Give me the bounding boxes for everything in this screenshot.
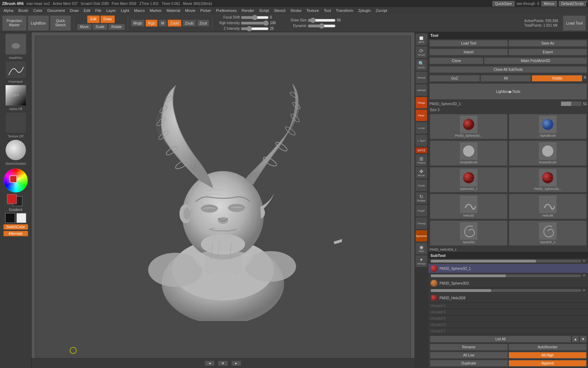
- tool-thumb-spiral3d-2[interactable]: Spiral3D_2: [509, 220, 587, 246]
- tool-thumb-helix3b[interactable]: Helix3B: [509, 194, 587, 219]
- subtool-slider-bar-3[interactable]: [430, 289, 581, 292]
- rotate-button[interactable]: Rotate: [108, 24, 125, 30]
- projection-master-button[interactable]: ProjectionMaster: [2, 15, 27, 31]
- menu-stencil[interactable]: Stencil: [272, 8, 287, 13]
- canvas-nav-right[interactable]: ►: [231, 361, 241, 366]
- canvas-nav-left[interactable]: ◄: [205, 361, 215, 366]
- local-button[interactable]: Local: [415, 122, 427, 134]
- texture-preview[interactable]: [5, 112, 26, 133]
- menu-render[interactable]: Render: [239, 8, 256, 13]
- aa-half-button[interactable]: AAHalf: [415, 84, 427, 96]
- quick-sketch-button[interactable]: QuickSketch: [50, 15, 71, 31]
- menu-light[interactable]: Light: [119, 8, 131, 13]
- menu-file[interactable]: File: [93, 8, 104, 13]
- lightbox-button[interactable]: LightBox: [28, 15, 49, 31]
- draw-size-slider[interactable]: [308, 18, 336, 23]
- subtool-arrow-down[interactable]: ▼: [580, 336, 587, 342]
- canvas-inner[interactable]: [35, 36, 411, 357]
- clone-all-subtools-button[interactable]: Clone All SubTools: [429, 66, 587, 73]
- frame-button[interactable]: ⊞ Frame: [415, 154, 427, 166]
- pm3d-slider[interactable]: [561, 101, 582, 106]
- z-intensity-slider[interactable]: [241, 26, 269, 31]
- move-nav-button[interactable]: ✥ Move: [415, 167, 427, 179]
- edit-button[interactable]: Edit: [87, 15, 100, 23]
- import-button[interactable]: Import: [429, 49, 508, 55]
- tool-thumb-helix3d[interactable]: Helix3D: [430, 194, 507, 219]
- zcut-button[interactable]: Zcut: [197, 20, 209, 27]
- stroke-preview[interactable]: [5, 61, 26, 79]
- actual-button[interactable]: Actual: [415, 71, 427, 83]
- solo-button[interactable]: ◉ Solo: [415, 243, 427, 254]
- transp-button[interactable]: Transp: [415, 217, 427, 229]
- foreground-color-square[interactable]: [7, 194, 17, 204]
- floor-button[interactable]: Floor: [415, 109, 427, 121]
- load-tool-panel-button[interactable]: Load Tool: [429, 40, 508, 47]
- menu-tool[interactable]: Tool: [322, 8, 333, 13]
- subtool-item-pm3d-sphere3d-2[interactable]: PM3D_Sphere3D2: [428, 279, 588, 288]
- menu-document[interactable]: Document: [45, 8, 67, 13]
- focal-shift-slider[interactable]: [241, 15, 269, 20]
- subtool-arrow-up[interactable]: ▲: [572, 336, 579, 342]
- white-swatch[interactable]: [16, 213, 26, 223]
- dynamic-nav-button[interactable]: Dynamic: [415, 230, 427, 242]
- menu-script[interactable]: Script: [257, 8, 271, 13]
- load-tool-button[interactable]: Load Tool: [563, 15, 586, 31]
- menu-transform[interactable]: Transform: [334, 8, 356, 13]
- persp-button[interactable]: Persp: [415, 97, 427, 109]
- zsub-button[interactable]: Zsub: [182, 20, 196, 27]
- color-picker[interactable]: [4, 168, 28, 193]
- canvas-nav-center[interactable]: ▼: [218, 361, 228, 366]
- zadd-button[interactable]: Zadd: [168, 20, 181, 27]
- menu-color[interactable]: Color: [31, 8, 44, 13]
- default-zscript-button[interactable]: DefaultZScript: [559, 1, 586, 6]
- menu-zscript[interactable]: Zscript: [373, 8, 389, 13]
- menu-macro[interactable]: Macro: [132, 8, 147, 13]
- brush-preview[interactable]: [5, 34, 26, 55]
- zoom-button[interactable]: 🔍 Zoom: [415, 59, 427, 71]
- duplicate-button[interactable]: Duplicate: [430, 360, 508, 367]
- make-polymesh-button[interactable]: Make PolyMesh3D: [484, 57, 587, 64]
- subtool-item-pm3d-sphere3d-1[interactable]: PM3D_Sphere3D_1: [428, 264, 588, 273]
- rotate-nav-button[interactable]: ↻ Rotate: [415, 192, 427, 204]
- subtool-eye-3[interactable]: 👁: [582, 288, 586, 292]
- scale-nav-button[interactable]: Scale: [415, 179, 427, 191]
- draw-button[interactable]: Draw: [100, 15, 115, 23]
- append-button[interactable]: Append: [509, 360, 587, 367]
- lightbox-tools-button[interactable]: Lightbox▶Tools: [429, 83, 587, 100]
- tool-thumb-eraser-brush[interactable]: EraserBrush: [509, 141, 587, 166]
- menu-material[interactable]: Material: [164, 8, 182, 13]
- tool-thumb-pm3d-sphere[interactable]: PM3D_Sphere3D...: [430, 114, 507, 139]
- subtool-eye-1[interactable]: 👁: [582, 259, 586, 263]
- scroll-button[interactable]: ⟳ Scroll: [415, 46, 427, 58]
- rgb-button[interactable]: Rgb: [146, 20, 158, 27]
- subtool-slider-bar-1[interactable]: [430, 259, 581, 263]
- menu-alpha[interactable]: Alpha: [1, 8, 15, 13]
- menus-button[interactable]: Menus: [541, 1, 557, 6]
- tool-thumb-alpha-brush[interactable]: AlphaBrush: [509, 114, 587, 139]
- menu-draw[interactable]: Draw: [68, 8, 81, 13]
- move-button[interactable]: Move: [77, 24, 92, 30]
- switch-color-button[interactable]: SwitchColor: [4, 224, 28, 230]
- m-button[interactable]: M: [159, 20, 167, 27]
- all-high-button[interactable]: All High: [509, 352, 587, 359]
- black-swatch[interactable]: [5, 213, 15, 223]
- color-wheel[interactable]: [4, 168, 28, 193]
- alternate-button[interactable]: Alternate: [4, 231, 28, 236]
- tool-thumb-sphere3d[interactable]: Sphere3D_1 3: [430, 167, 507, 192]
- menu-brush[interactable]: Brush: [16, 8, 30, 13]
- bpr-button[interactable]: 🔲 BPR: [415, 34, 427, 46]
- color-squares[interactable]: [7, 194, 24, 206]
- visible-button[interactable]: Visible: [532, 75, 582, 82]
- xpose-button[interactable]: ✦ XPose: [415, 255, 427, 267]
- subtool-slider-bar-2[interactable]: [430, 274, 581, 278]
- menu-movie[interactable]: Movie: [183, 8, 197, 13]
- menu-texture[interactable]: Texture: [304, 8, 321, 13]
- alpha-preview[interactable]: OFF: [5, 85, 26, 106]
- mrgb-button[interactable]: Mrgb: [131, 20, 145, 27]
- dynamic-slider[interactable]: [308, 23, 336, 28]
- rgb-intensity-slider[interactable]: [241, 21, 269, 26]
- tool-thumb-spiral3d[interactable]: Spiral3D: [430, 220, 507, 246]
- list-all-button[interactable]: List All: [430, 336, 571, 342]
- export-button[interactable]: Export: [509, 49, 587, 55]
- l-sym-button[interactable]: L.Sym: [415, 135, 427, 146]
